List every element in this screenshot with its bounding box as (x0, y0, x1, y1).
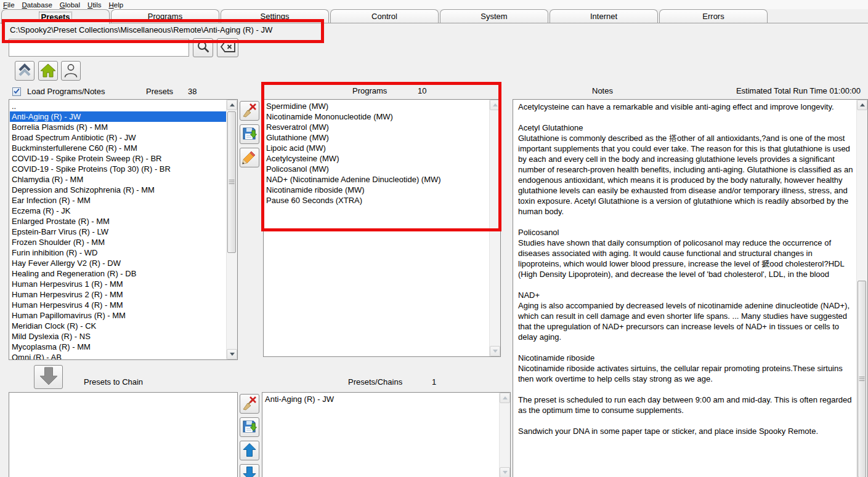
search-button[interactable] (193, 38, 213, 57)
tab[interactable]: Presets (1, 9, 110, 24)
preset-list-item[interactable]: Broad Spectrum Antibiotic (R) - JW (10, 132, 227, 143)
notes-panel: Acetylcysteine can have a remarkable and… (513, 99, 868, 477)
menu-item[interactable]: Global (60, 1, 80, 9)
program-list-item[interactable]: Acetylcysteine (MW) (264, 153, 490, 164)
presets-chains-header: Presets/Chains (348, 377, 402, 387)
program-list-item[interactable]: Glutathione (MW) (264, 132, 490, 143)
preset-list-item[interactable]: Human Herpesvirus 1 (R) - MM (10, 279, 227, 289)
collapse-all-button[interactable] (15, 61, 34, 81)
tab[interactable]: System (440, 9, 548, 23)
programs-list-scrollbar[interactable] (489, 100, 500, 356)
scrollbar-thumb[interactable] (858, 281, 866, 477)
edit-preset-button[interactable] (240, 148, 259, 167)
notes-scrollbar[interactable] (856, 100, 867, 477)
save-chain-button[interactable] (240, 417, 259, 437)
chain-queue-listbox (9, 392, 238, 477)
check-icon (13, 87, 20, 97)
menu-item[interactable]: Database (22, 1, 52, 9)
program-list-item[interactable]: Lipoic acid (MW) (264, 143, 490, 153)
floppy-save-icon (241, 126, 258, 143)
tab-label: Internet (588, 12, 619, 21)
preset-list-item[interactable]: Mild Dyslexia (R) - NS (10, 331, 227, 342)
preset-list-item[interactable]: Enlarged Prostate (R) - MM (10, 216, 227, 226)
presets-to-chain-label: Presets to Chain (84, 377, 143, 387)
tab[interactable]: Errors (659, 9, 768, 23)
scroll-up-button[interactable] (500, 393, 510, 403)
load-programs-checkbox[interactable] (12, 87, 21, 96)
scroll-up-button[interactable] (857, 100, 867, 110)
double-chevron-up-icon (17, 62, 33, 80)
preset-path: C:\Spooky2\Preset Collections\Miscellane… (10, 25, 272, 34)
program-list-item[interactable]: NAD+ (Nicotinamide Adenine Dinucleotide)… (264, 174, 490, 185)
estimated-runtime-label: Estimated Total Run Time 01:00:00 (736, 86, 861, 95)
program-list-item[interactable]: Pause 60 Seconds (XTRA) (264, 195, 490, 206)
preset-list-item[interactable]: Ear Infection (R) - MM (10, 195, 227, 206)
preset-list-scrollbar[interactable] (226, 100, 237, 359)
clear-chain-button[interactable] (240, 394, 259, 414)
clear-programs-button[interactable] (240, 101, 259, 121)
move-down-button[interactable] (240, 464, 259, 477)
scroll-down-button[interactable] (500, 467, 510, 477)
program-list-item[interactable]: Resveratrol (MW) (264, 122, 490, 132)
profile-button[interactable] (61, 61, 81, 81)
scroll-up-button[interactable] (490, 100, 500, 110)
home-button[interactable] (38, 61, 58, 81)
menu-bar: FileDatabaseGlobalUtilsHelp (0, 0, 868, 9)
tab-label: Errors (700, 12, 726, 21)
programs-header: Programs (352, 86, 387, 95)
program-list-item[interactable]: Nicotinamide riboside (MW) (264, 185, 490, 195)
scroll-up-button[interactable] (227, 100, 237, 110)
chain-list-item[interactable]: Anti-Aging (R) - JW (263, 394, 500, 404)
add-to-chain-button[interactable] (34, 365, 63, 389)
preset-list-item[interactable]: Eczema (R) - JK (10, 206, 227, 216)
preset-list-items: ..Anti-Aging (R) - JWBorrelia Plasmids (… (9, 100, 227, 359)
clear-search-button[interactable] (217, 38, 238, 57)
preset-list-item[interactable]: Depression and Schizophrenia (R) - MM (10, 185, 227, 195)
broom-delete-icon (241, 395, 258, 413)
scrollbar-thumb[interactable] (227, 111, 236, 253)
preset-list-item[interactable]: Furin inhibition (R) - WD (10, 247, 227, 258)
preset-list-item[interactable]: Hay Fever Allergy V2 (R) - DW (10, 258, 227, 268)
preset-list-item[interactable]: Buckminsterfullerene C60 (R) - MM (10, 143, 227, 153)
chains-list-scrollbar[interactable] (499, 393, 510, 477)
preset-list-item[interactable]: Epstein-Barr Virus (R) - LW (10, 226, 227, 237)
tab-label: Programs (146, 12, 184, 21)
blue-arrow-down-icon (241, 465, 258, 477)
tab[interactable]: Programs (111, 9, 219, 23)
preset-list-item[interactable]: .. (10, 101, 227, 111)
program-list-item[interactable]: Spermidine (MW) (264, 101, 490, 111)
preset-list-item[interactable]: COVID-19 - Spike Protein Sweep (R) - BR (10, 153, 227, 164)
preset-list-item[interactable]: Human Herpesvirus 2 (R) - MM (10, 289, 227, 300)
preset-list-item[interactable]: Healing and Regeneration (R) - DB (10, 268, 227, 279)
menu-item[interactable]: Utils (87, 1, 101, 9)
menu-item[interactable]: File (3, 1, 15, 9)
tab[interactable]: Internet (550, 9, 658, 23)
tab-label: Presets (39, 12, 72, 22)
save-preset-button[interactable] (240, 124, 259, 144)
tab[interactable]: Settings (221, 9, 329, 23)
preset-list-item[interactable]: Omni (R) - AB (10, 352, 227, 359)
tab-label: Settings (259, 12, 291, 21)
preset-list-item[interactable]: Meridian Clock (R) - CK (10, 321, 227, 331)
load-programs-label: Load Programs/Notes (27, 87, 105, 96)
notes-text: Acetylcysteine can have a remarkable and… (513, 100, 857, 477)
presets-counter-label: Presets (146, 87, 173, 96)
scroll-down-button[interactable] (490, 346, 500, 356)
presets-chains-items: Anti-Aging (R) - JW (262, 393, 500, 477)
preset-list-item[interactable]: Chlamydia (R) - MM (10, 174, 227, 185)
preset-list-item[interactable]: COVID-19 - Spike Proteins (Top 30) (R) -… (10, 164, 227, 174)
preset-list-item[interactable]: Human Herpesvirus 4 (R) - MM (10, 300, 227, 310)
tab[interactable]: Control (330, 9, 439, 23)
scroll-down-button[interactable] (227, 349, 237, 359)
move-up-button[interactable] (240, 441, 259, 460)
program-list-item[interactable]: Policosanol (MW) (264, 164, 490, 174)
preset-list-item[interactable]: Borrelia Plasmids (R) - MM (10, 122, 227, 132)
preset-list-item[interactable]: Anti-Aging (R) - JW (10, 111, 227, 122)
program-list-item[interactable]: Nicotinamide Mononucleotide (MW) (264, 111, 490, 122)
preset-list-item[interactable]: Frozen Shoulder (R) - MM (10, 237, 227, 247)
preset-list-item[interactable]: Human Papillomavirus (R) - MM (10, 310, 227, 321)
chain-queue-items (9, 393, 227, 477)
menu-item[interactable]: Help (108, 1, 123, 9)
search-input[interactable] (9, 39, 189, 57)
preset-list-item[interactable]: Mycoplasma (R) - MM (10, 342, 227, 352)
